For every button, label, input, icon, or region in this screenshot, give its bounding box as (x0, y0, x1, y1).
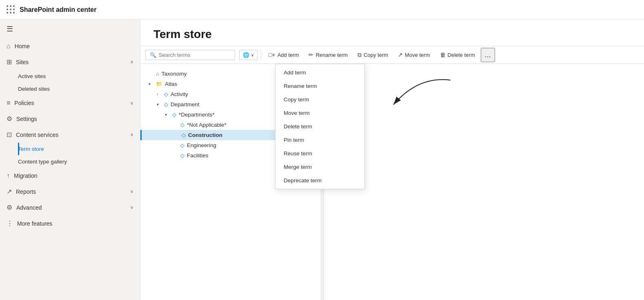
sidebar-item-migration[interactable]: ↑ Migration (0, 168, 140, 184)
sidebar-item-more-features[interactable]: ⋮ More features (0, 215, 140, 231)
home-icon: ⌂ (7, 43, 11, 50)
dropdown-item-reuse-term[interactable]: Reuse term (275, 147, 364, 160)
context-menu: Add term Rename term Copy term Move term… (275, 64, 365, 189)
sidebar-item-term-store[interactable]: Term store (18, 143, 140, 155)
dropdown-item-rename-term[interactable]: Rename term (275, 79, 364, 93)
rename-term-label: Rename term (315, 52, 348, 58)
sidebar-item-label: More features (17, 220, 52, 227)
layout: ☰ ⌂ Home ⊞ Sites ∧ Active sites Deleted … (0, 20, 644, 300)
tag-icon: ◇ (164, 101, 168, 107)
sidebar-item-label: Advanced (16, 204, 42, 211)
sidebar-item-label: Home (15, 43, 30, 49)
sites-submenu: Active sites Deleted sites (0, 70, 140, 95)
sidebar-item-policies[interactable]: ≡ Policies ∨ (0, 95, 140, 111)
tree-item-label: Taxonomy (162, 71, 187, 77)
move-term-button[interactable]: ↗ Move term (394, 49, 434, 60)
sidebar-item-label: Content type gallery (18, 159, 67, 165)
chevron-down-icon: ∨ (130, 101, 133, 106)
tag-icon: ◇ (172, 112, 176, 118)
tree-item-label: *Departments* (179, 112, 215, 118)
dropdown-item-deprecate-term[interactable]: Deprecate term (275, 174, 364, 187)
copy-term-button[interactable]: ⧉ Copy term (353, 49, 392, 60)
dropdown-item-pin-term[interactable]: Pin term (275, 133, 364, 147)
active-indicator (18, 143, 19, 155)
advanced-icon: ⚙ (7, 204, 12, 211)
add-term-label: Add term (278, 52, 299, 58)
sidebar-item-label: Content services (16, 132, 58, 138)
dropdown-item-delete-term[interactable]: Delete term (275, 120, 364, 133)
chevron-down-icon: ▾ (165, 112, 171, 117)
rename-term-icon: ✏ (309, 51, 313, 58)
tree-item-label: Facilities (187, 152, 209, 159)
dropdown-item-move-term[interactable]: Move term (275, 106, 364, 120)
content-services-icon: ⊡ (7, 131, 12, 139)
move-term-icon: ↗ (398, 51, 403, 58)
folder-icon: 📁 (156, 81, 162, 87)
delete-term-button[interactable]: 🗑 Delete term (436, 49, 479, 60)
sidebar-item-label: Term store (18, 146, 44, 152)
sidebar-item-label: Settings (16, 116, 37, 122)
main-content: Term store 🔍 🌐 ∨ □+ Add term ✏ (140, 20, 644, 300)
add-term-icon: □+ (269, 51, 275, 58)
language-button[interactable]: 🌐 ∨ (239, 50, 258, 60)
tree-item-label: Activity (171, 91, 188, 97)
add-term-button[interactable]: □+ Add term (264, 49, 303, 60)
tag-icon: ◇ (182, 132, 186, 138)
hamburger-menu-icon[interactable]: ☰ (0, 20, 140, 38)
more-actions-icon: ... (485, 51, 491, 59)
sidebar-item-label: Reports (16, 188, 36, 195)
tag-icon: ◇ (180, 122, 184, 128)
toolbar-divider (261, 50, 261, 60)
toolbar: 🔍 🌐 ∨ □+ Add term ✏ Rename term ⧉ (140, 46, 644, 64)
sidebar-item-deleted-sites[interactable]: Deleted sites (18, 83, 140, 95)
search-icon: 🔍 (150, 52, 156, 58)
sidebar-item-label: Migration (14, 172, 38, 179)
sidebar-item-label: Sites (16, 59, 29, 65)
sidebar-item-advanced[interactable]: ⚙ Advanced ∨ (0, 199, 140, 215)
sidebar-item-label: Policies (14, 100, 34, 106)
tree-item-label: Atlas (165, 81, 177, 87)
sidebar-item-content-type-gallery[interactable]: Content type gallery (18, 155, 140, 168)
sidebar-item-sites[interactable]: ⊞ Sites ∧ (0, 54, 140, 70)
sidebar-item-settings[interactable]: ⚙ Settings (0, 111, 140, 127)
content-area: ⌂ Taxonomy ▾ 📁 Atlas › ◇ Activity ▾ (140, 64, 644, 300)
search-input[interactable] (159, 52, 231, 58)
delete-term-icon: 🗑 (440, 51, 446, 58)
more-features-icon: ⋮ (7, 219, 13, 227)
dropdown-item-copy-term[interactable]: Copy term (275, 93, 364, 106)
search-box[interactable]: 🔍 (145, 50, 235, 60)
tag-icon: ◇ (180, 152, 184, 159)
page-header: Term store (140, 20, 644, 46)
reports-icon: ↗ (7, 188, 12, 195)
delete-term-label: Delete term (448, 52, 475, 58)
sidebar-item-home[interactable]: ⌂ Home (0, 38, 140, 54)
sidebar-item-content-services[interactable]: ⊡ Content services ∧ (0, 127, 140, 143)
settings-icon: ⚙ (7, 115, 12, 123)
app-title: SharePoint admin center (20, 6, 97, 13)
tree-item-label: Engineering (187, 142, 216, 148)
chevron-down-icon: ▾ (157, 102, 162, 107)
chevron-down-icon: ∨ (130, 205, 133, 210)
sidebar-item-label: Active sites (18, 73, 46, 79)
rename-term-button[interactable]: ✏ Rename term (304, 49, 352, 60)
tag-icon: ◇ (164, 91, 168, 97)
sidebar-item-active-sites[interactable]: Active sites (18, 70, 140, 83)
chevron-up-icon: ∧ (130, 132, 133, 137)
dropdown-item-add-term[interactable]: Add term (275, 66, 364, 79)
app-launcher-icon[interactable] (7, 5, 16, 14)
sites-icon: ⊞ (7, 58, 12, 66)
page-title: Term store (153, 28, 631, 41)
tree-item-label: *Not Applicable* (187, 122, 227, 128)
topbar: SharePoint admin center (0, 0, 644, 20)
policies-icon: ≡ (7, 99, 10, 107)
sidebar-item-reports[interactable]: ↗ Reports ∨ (0, 184, 140, 199)
dropdown-item-merge-term[interactable]: Merge term (275, 160, 364, 174)
copy-term-label: Copy term (364, 52, 388, 58)
copy-term-icon: ⧉ (358, 51, 362, 58)
tree-item-label: Construction (188, 132, 222, 138)
more-actions-button[interactable]: ... (481, 48, 495, 62)
language-chevron-icon: ∨ (251, 53, 254, 57)
chevron-down-icon: ∨ (130, 189, 133, 194)
content-services-submenu: Term store Content type gallery (0, 143, 140, 168)
chevron-down-icon: ▾ (149, 82, 154, 86)
